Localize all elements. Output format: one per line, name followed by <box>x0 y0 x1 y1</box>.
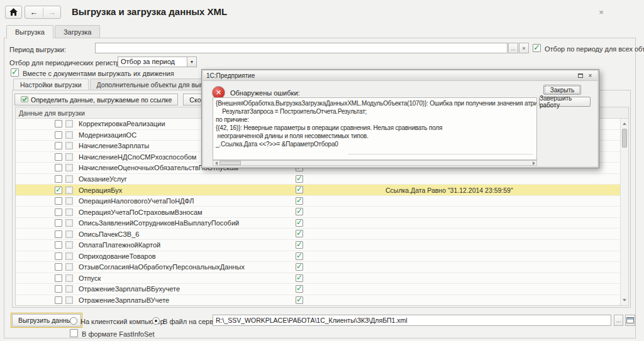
table-row[interactable]: ОтражениеЗарплатыВУчете <box>16 295 620 305</box>
scrollbar-thumb[interactable] <box>622 129 627 148</box>
row-label: КорректировкаРеализации <box>79 120 165 127</box>
row-export-checkbox[interactable] <box>296 285 303 293</box>
table-row[interactable]: ОплатаПлатежнойКартой <box>16 240 620 251</box>
error-dialog-titlebar[interactable]: 1С:Предприятие × <box>203 71 597 81</box>
row-export-checkbox[interactable] <box>296 296 303 304</box>
periodic-filter-value: Отбор за период <box>118 57 187 67</box>
radio-server-file[interactable] <box>152 317 160 325</box>
radio-client-computer[interactable] <box>70 317 77 325</box>
terminate-button[interactable]: Завершить работу <box>539 97 591 107</box>
row-checkbox[interactable] <box>55 120 62 127</box>
row-label: Отпуск <box>79 274 101 282</box>
row-export-checkbox[interactable] <box>296 186 303 193</box>
row-checkbox[interactable] <box>55 175 62 183</box>
forward-button[interactable]: → <box>43 8 61 17</box>
error-line: {ВнешняяОбработка.ВыгрузкаЗагрузкаДанных… <box>216 99 534 107</box>
chevron-down-icon: ▼ <box>190 60 194 64</box>
error-line: РезультатЗапроса = ПостроительОтчета.Рез… <box>216 107 534 116</box>
period-picker-button[interactable]: ... <box>508 43 518 53</box>
object-type-icon <box>65 230 73 238</box>
table-row[interactable]: ОказаниеУслуг <box>16 174 620 185</box>
scroll-down-icon[interactable] <box>621 296 628 304</box>
row-export-checkbox[interactable] <box>296 241 303 249</box>
periodic-filter-label: Отбор для периодических регистров: <box>9 59 130 67</box>
with-documents-checkbox[interactable] <box>11 68 19 77</box>
error-message-header: Обнаружены ошибки: <box>230 89 300 97</box>
file-path-picker-button[interactable]: ... <box>614 315 623 326</box>
row-checkbox[interactable] <box>55 142 62 149</box>
window-close-icon[interactable]: × <box>596 8 606 18</box>
row-label: ОтражениеЗарплатыВУчете <box>79 296 169 304</box>
row-export-checkbox[interactable] <box>296 230 303 237</box>
object-type-icon <box>65 175 73 183</box>
table-row[interactable]: ОприходованиеТоваров <box>16 251 620 263</box>
period-all-objects-checkbox[interactable] <box>533 44 541 52</box>
row-checkbox[interactable] <box>55 197 62 205</box>
combo-dropdown-button[interactable]: ▼ <box>187 57 196 67</box>
define-data-button[interactable]: Определить данные, выгружаемые по ссылке <box>14 94 178 106</box>
table-row[interactable]: Отпуск <box>16 273 620 284</box>
object-type-icon <box>65 296 73 304</box>
period-input[interactable] <box>95 43 508 53</box>
radio-client-label: На клиентский компьютер <box>80 318 164 325</box>
row-export-checkbox[interactable] <box>296 263 303 271</box>
row-checkbox[interactable] <box>55 230 62 238</box>
row-label: НачислениеЗарплаты <box>79 142 149 149</box>
row-export-checkbox[interactable] <box>296 219 303 227</box>
row-checkbox[interactable] <box>55 263 62 271</box>
inner-tab-bar: Настройки выгрузки Дополнительные объект… <box>13 78 227 90</box>
tab-vygruzka[interactable]: Выгрузка <box>6 25 53 38</box>
tab-export-settings[interactable]: Настройки выгрузки <box>13 78 89 90</box>
row-export-checkbox[interactable] <box>296 252 303 260</box>
fastinfoset-checkbox[interactable] <box>70 329 78 337</box>
table-row[interactable]: ОтзывСогласияНаОбработкуПерсональныхДанн… <box>16 262 620 273</box>
row-checkbox[interactable] <box>55 219 62 227</box>
row-checkbox[interactable] <box>55 296 62 304</box>
object-type-icon <box>65 164 73 171</box>
scroll-right-icon[interactable] <box>531 161 536 165</box>
scrollbar-thumb[interactable] <box>219 161 241 165</box>
row-label: ОписьПачекСЗВ_6 <box>79 230 139 238</box>
file-path-input[interactable]: R:\_SSV_WORKPLACE\РАБОТА\1С_Клиенты\ЗКЗ\… <box>213 315 611 326</box>
scroll-left-icon[interactable] <box>213 161 219 165</box>
error-dialog-frame: 1С:Предприятие × ✕ Обнаружены ошибки: За… <box>202 70 599 168</box>
row-export-checkbox[interactable] <box>296 175 303 183</box>
row-checkbox[interactable] <box>55 131 62 139</box>
maximize-icon[interactable] <box>576 72 584 79</box>
table-vertical-scrollbar[interactable] <box>620 119 628 305</box>
close-button[interactable]: Закрыть <box>543 85 581 95</box>
row-checkbox[interactable] <box>55 241 62 249</box>
row-filter-text: Ссылка.Дата Равно "31.12.2014 23:59:59" <box>386 187 513 194</box>
row-export-checkbox[interactable] <box>296 274 303 282</box>
table-row[interactable]: ОперацияБух Ссылка.Дата Равно "31.12.201… <box>16 185 620 196</box>
error-line: {(42, 16)}: Неверные параметры в операци… <box>216 124 534 132</box>
error-horizontal-scrollbar[interactable] <box>213 160 537 166</box>
periodic-filter-combobox[interactable]: Отбор за период ▼ <box>118 57 197 67</box>
tab-zagruzka[interactable]: Загрузка <box>55 25 100 38</box>
period-all-objects-label: Отбор по периоду для всех объектов <box>545 45 644 53</box>
dialog-close-icon[interactable]: × <box>586 72 594 79</box>
row-checkbox[interactable] <box>55 164 62 171</box>
row-checkbox[interactable] <box>55 252 62 260</box>
row-checkbox[interactable] <box>55 187 62 194</box>
table-row[interactable]: ОперацияНалоговогоУчетаПоНДФЛ <box>16 196 620 207</box>
open-file-window-button[interactable] <box>625 315 635 326</box>
row-export-checkbox[interactable] <box>296 208 303 215</box>
table-row[interactable]: ОтражениеЗарплатыВБухучете <box>16 284 620 295</box>
error-text-area[interactable]: {ВнешняяОбработка.ВыгрузкаЗагрузкаДанных… <box>213 97 537 160</box>
row-checkbox[interactable] <box>55 285 62 293</box>
object-type-icon <box>65 153 73 161</box>
table-row[interactable]: ОписьПачекСЗВ_6 <box>16 229 620 240</box>
period-clear-button[interactable]: × <box>519 43 529 53</box>
table-row[interactable]: ОписьЗаявленийСотрудниковНаВыплатуПособи… <box>16 218 620 229</box>
scroll-up-icon[interactable] <box>621 120 628 127</box>
row-checkbox[interactable] <box>55 153 62 161</box>
row-export-checkbox[interactable] <box>296 197 303 205</box>
home-icon <box>9 7 18 18</box>
back-button[interactable]: ← <box>25 8 43 17</box>
home-button[interactable] <box>5 6 22 19</box>
row-checkbox[interactable] <box>55 274 62 282</box>
row-checkbox[interactable] <box>55 208 62 216</box>
row-label: ОтражениеЗарплатыВБухучете <box>79 285 180 293</box>
table-row[interactable]: ОперацияУчетаПоСтраховымВзносам <box>16 207 620 218</box>
